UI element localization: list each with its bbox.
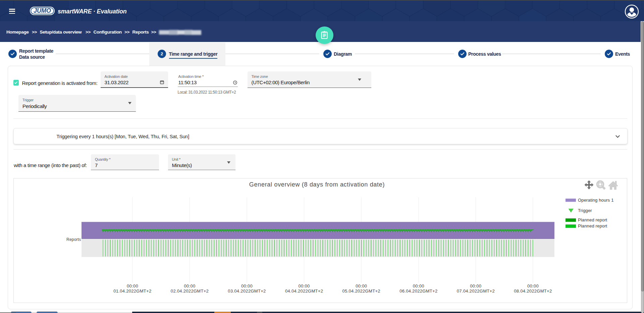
svg-text:00:00: 00:00: [241, 283, 253, 289]
svg-text:02.04.2022GMT+2: 02.04.2022GMT+2: [171, 289, 209, 294]
svg-text:00:00: 00:00: [356, 283, 367, 289]
svg-text:Reports: Reports: [66, 237, 81, 242]
svg-text:00:00: 00:00: [413, 283, 424, 289]
svg-text:00:00: 00:00: [527, 283, 539, 289]
svg-text:07.04.2022GMT+2: 07.04.2022GMT+2: [457, 289, 495, 294]
svg-text:00:00: 00:00: [184, 283, 195, 289]
svg-text:00:00: 00:00: [127, 283, 138, 289]
svg-text:Planned report: Planned report: [578, 217, 607, 222]
svg-text:06.04.2022GMT+2: 06.04.2022GMT+2: [399, 289, 437, 294]
svg-text:Operating hours 1: Operating hours 1: [578, 198, 614, 203]
svg-text:General overview (8 days from: General overview (8 days from activation…: [249, 181, 385, 188]
svg-text:00:00: 00:00: [470, 283, 481, 289]
svg-text:04.04.2022GMT+2: 04.04.2022GMT+2: [285, 289, 323, 294]
svg-text:05.04.2022GMT+2: 05.04.2022GMT+2: [342, 289, 380, 294]
svg-text:08.04.2022GMT+2: 08.04.2022GMT+2: [514, 289, 552, 294]
svg-text:01.04.2022GMT+2: 01.04.2022GMT+2: [113, 289, 151, 294]
svg-text:03.04.2022GMT+2: 03.04.2022GMT+2: [228, 289, 266, 294]
svg-text:Trigger: Trigger: [578, 208, 592, 213]
svg-text:Planned report: Planned report: [578, 223, 607, 228]
svg-text:00:00: 00:00: [299, 283, 310, 289]
